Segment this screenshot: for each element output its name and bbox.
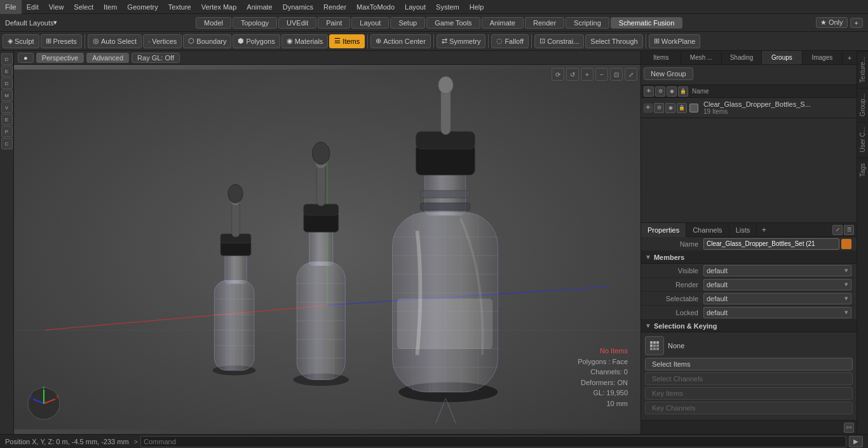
name-value[interactable]: Clear_Glass_Dropper_Bottles_Set (21: [707, 240, 815, 247]
menu-item[interactable]: Item: [98, 0, 122, 14]
polygons-btn[interactable]: ⬢ Polygons: [233, 34, 280, 48]
viewport-advanced-btn[interactable]: Advanced: [86, 53, 129, 63]
menu-help[interactable]: Help: [465, 0, 489, 14]
menu-maxtomodo[interactable]: MaxToModo: [351, 0, 400, 14]
cmd-exec-btn[interactable]: ▶: [849, 436, 863, 447]
strip-btn-4[interactable]: M: [1, 90, 13, 101]
menu-file[interactable]: File: [0, 0, 22, 14]
visible-select[interactable]: default ▾: [703, 265, 851, 276]
tab-setup[interactable]: Setup: [390, 17, 425, 29]
rp-tab-shading[interactable]: Shading: [722, 51, 762, 64]
workplane-btn[interactable]: ⊞ WorkPlane: [649, 34, 701, 48]
key-channels-btn[interactable]: Key Channels: [645, 402, 853, 414]
selectable-select[interactable]: default ▾: [703, 293, 851, 304]
members-section-header[interactable]: ▼ Members: [641, 251, 857, 264]
group-eye-icon[interactable]: 👁: [644, 104, 653, 112]
prop-tab-properties[interactable]: Properties: [641, 223, 686, 237]
color-swatch-prop[interactable]: [841, 239, 851, 249]
tab-gametools[interactable]: Game Tools: [426, 17, 480, 29]
add-layout-btn[interactable]: +: [850, 18, 863, 28]
materials-btn[interactable]: ◉ Materials: [281, 34, 329, 48]
symmetry-btn[interactable]: ⇄ Symmetry: [437, 34, 486, 48]
strip-btn-7[interactable]: P: [1, 126, 13, 137]
menu-system[interactable]: System: [431, 0, 465, 14]
tab-paint[interactable]: Paint: [318, 17, 350, 29]
rs-tab-tags[interactable]: Tags: [857, 158, 868, 182]
menu-layout[interactable]: Layout: [400, 0, 431, 14]
layouts-dropdown[interactable]: Default Layouts ▾: [0, 18, 62, 27]
presets-btn[interactable]: ⊞ Presets: [41, 34, 82, 48]
tab-layout[interactable]: Layout: [351, 17, 389, 29]
falloff-btn[interactable]: ◌ Falloff: [491, 34, 529, 48]
maximize-btn[interactable]: ⤢: [625, 68, 637, 81]
viewport[interactable]: ● Perspective Advanced Ray GL: Off: [14, 51, 641, 434]
orbit-btn[interactable]: ⟳: [552, 68, 564, 81]
rp-tab-add-btn[interactable]: +: [843, 51, 857, 64]
group-render-icon[interactable]: ◉: [665, 103, 675, 113]
tab-topology[interactable]: Topology: [233, 17, 277, 29]
rs-tab-user[interactable]: User C...: [857, 121, 868, 157]
viewport-raygl-btn[interactable]: Ray GL: Off: [132, 53, 180, 63]
sculpt-btn[interactable]: ◈ Sculpt: [3, 34, 39, 48]
constrain-btn[interactable]: ⊡ Constrai...: [534, 34, 584, 48]
zoom-out-btn[interactable]: −: [595, 68, 608, 81]
menu-geometry[interactable]: Geometry: [122, 0, 163, 14]
zoom-in-btn[interactable]: +: [581, 68, 593, 81]
viewport-eye-btn[interactable]: ●: [18, 53, 34, 63]
prop-tab-channels[interactable]: Channels: [686, 223, 729, 237]
menu-texture[interactable]: Texture: [163, 0, 196, 14]
render-col-icon[interactable]: ◉: [667, 86, 677, 97]
prop-tab-add[interactable]: +: [757, 226, 771, 234]
rp-tab-groups[interactable]: Groups: [762, 51, 802, 64]
vertices-btn[interactable]: · Vertices: [143, 34, 182, 48]
tab-model[interactable]: Model: [196, 17, 231, 29]
menu-dynamics[interactable]: Dynamics: [278, 0, 318, 14]
rs-tab-group[interactable]: Group...: [857, 88, 868, 121]
select-channels-btn[interactable]: Select Channels: [645, 372, 853, 385]
rp-tab-items[interactable]: Items: [641, 51, 681, 64]
prop-tab-lists[interactable]: Lists: [729, 223, 757, 237]
strip-btn-5[interactable]: V: [1, 102, 13, 113]
fit-btn[interactable]: ⊡: [610, 68, 623, 81]
rp-tab-images[interactable]: Images: [803, 51, 843, 64]
menu-render[interactable]: Render: [318, 0, 351, 14]
items-btn[interactable]: ☰ Items: [329, 34, 365, 48]
tab-animate[interactable]: Animate: [482, 17, 524, 29]
settings-col-icon[interactable]: ⚙: [655, 86, 665, 97]
star-only-btn[interactable]: ★ Only: [816, 17, 848, 28]
auto-select-btn[interactable]: ◎ Auto Select: [88, 34, 142, 48]
tab-scripting[interactable]: Scripting: [566, 17, 609, 29]
strip-btn-3[interactable]: D: [1, 78, 13, 89]
locked-select[interactable]: default ▾: [703, 307, 851, 318]
command-input[interactable]: [140, 436, 846, 447]
render-select[interactable]: default ▾: [703, 279, 851, 290]
select-through-btn[interactable]: Select Through: [585, 34, 642, 48]
prop-expand-icon[interactable]: ⤢: [832, 225, 843, 235]
rs-tab-texture[interactable]: Texture...: [857, 51, 868, 88]
key-items-btn[interactable]: Key Items: [645, 387, 853, 400]
strip-btn-8[interactable]: C: [1, 138, 13, 149]
menu-edit[interactable]: Edit: [22, 0, 44, 14]
viewport-canvas[interactable]: No Items Polygons : Face Channels: 0 Def…: [14, 65, 641, 434]
select-items-btn[interactable]: Select Items: [645, 358, 853, 370]
action-center-btn[interactable]: ⊕ Action Center: [370, 34, 431, 48]
menu-select[interactable]: Select: [69, 0, 98, 14]
group-row-clear-glass[interactable]: 👁 ⚙ ◉ 🔒 Clear_Glass_Dropper_Bottles_S...…: [641, 98, 857, 118]
strip-btn-6[interactable]: E: [1, 114, 13, 125]
menu-vertexmap[interactable]: Vertex Map: [196, 0, 242, 14]
group-settings-icon[interactable]: ⚙: [654, 103, 664, 113]
strip-btn-1[interactable]: D: [1, 53, 13, 65]
lock-col-icon[interactable]: 🔒: [678, 86, 688, 97]
tab-render[interactable]: Render: [525, 17, 564, 29]
viewport-perspective-btn[interactable]: Perspective: [36, 53, 84, 63]
pan-btn[interactable]: ↺: [566, 68, 579, 81]
strip-btn-2[interactable]: E: [1, 65, 13, 77]
sel-keying-section-header[interactable]: ▼ Selection & Keying: [641, 320, 857, 332]
boundary-btn[interactable]: ⬡ Boundary: [183, 34, 231, 48]
menu-view[interactable]: View: [44, 0, 69, 14]
rp-tab-mesh[interactable]: Mesh ...: [681, 51, 721, 64]
group-lock-icon[interactable]: 🔒: [677, 103, 687, 113]
tab-schematic-fusion[interactable]: Schematic Fusion: [611, 17, 682, 29]
expand-arrow-btn[interactable]: >>: [844, 423, 854, 433]
menu-animate[interactable]: Animate: [241, 0, 277, 14]
